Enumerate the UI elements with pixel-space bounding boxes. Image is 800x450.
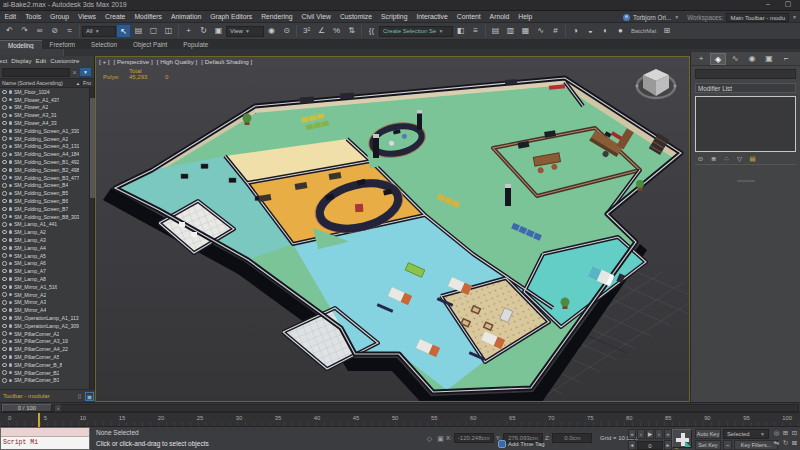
maximize-viewport-icon[interactable]: ⊠	[790, 438, 799, 448]
explorer-row[interactable]: SM_PillarCorner_A3_19	[0, 338, 95, 346]
restore-button[interactable]: ▢	[780, 0, 796, 8]
explorer-row[interactable]: SM_Mirror_A4	[0, 306, 95, 314]
ribbon-tab-freeform[interactable]: Freeform	[42, 40, 84, 49]
view-cube[interactable]	[632, 62, 680, 106]
material-editor-icon[interactable]: ◑	[568, 24, 583, 38]
ribbon-tab-populate[interactable]: Populate	[175, 40, 216, 49]
macro-recorder-line[interactable]	[1, 428, 89, 437]
absolute-mode-icon[interactable]: ▣	[435, 433, 446, 444]
menu-views[interactable]: Views	[73, 13, 100, 20]
visibility-eye-icon[interactable]	[2, 261, 7, 266]
configure-sets-icon[interactable]: ▤	[747, 154, 758, 163]
add-time-tag[interactable]: Add Time Tag	[498, 440, 545, 448]
visibility-eye-icon[interactable]	[2, 183, 7, 188]
layer-explorer-icon[interactable]: ▥	[503, 24, 518, 38]
menu-animation[interactable]: Animation	[166, 13, 205, 20]
menu-group[interactable]: Group	[46, 13, 74, 20]
explorer-row[interactable]: SM_Folding_Screen_B4	[0, 182, 95, 190]
default-tangent-icon[interactable]: ~	[723, 440, 732, 450]
explorer-row[interactable]: SM_Folding_Screen_B7	[0, 205, 95, 213]
select-by-name-icon[interactable]: ▤	[131, 24, 146, 38]
explorer-menu-display[interactable]: Display	[11, 57, 31, 66]
name-column-header[interactable]: Name (Sorted Ascending)	[0, 80, 75, 86]
explorer-row[interactable]: SM_Folding_Screen_A3_131	[0, 143, 95, 151]
batch-render-icon[interactable]: ⊞	[659, 24, 674, 38]
visibility-eye-icon[interactable]	[2, 160, 7, 165]
visibility-eye-icon[interactable]	[2, 207, 7, 212]
workspace-dropdown[interactable]: Main Toolbar - modu	[726, 13, 789, 22]
visibility-eye-icon[interactable]	[2, 121, 7, 126]
explorer-row[interactable]: SM_Lamp_A7	[0, 267, 95, 275]
explorer-row[interactable]: SM_Floor_1024	[0, 88, 95, 96]
explorer-row[interactable]: SM_Mirror_A1_516	[0, 283, 95, 291]
select-object-icon[interactable]: ↖	[116, 24, 131, 38]
track-bar[interactable]: 0510152025303540455055606570758085909510…	[0, 412, 800, 427]
explorer-row[interactable]: SM_Mirror_A3	[0, 299, 95, 307]
angle-snap-icon[interactable]: ∠	[314, 24, 329, 38]
x-coordinate-field[interactable]: -120.248cm	[454, 433, 494, 443]
prev-frame-icon[interactable]: ‹	[637, 429, 645, 439]
visibility-eye-icon[interactable]	[2, 136, 7, 141]
zoom-extents-icon[interactable]: ⊡	[790, 428, 799, 438]
visibility-eye-icon[interactable]	[2, 324, 7, 329]
create-selection-set-dropdown[interactable]: Create Selection Se▼	[379, 26, 453, 37]
menu-arnold[interactable]: Arnold	[485, 13, 514, 20]
visibility-eye-icon[interactable]	[2, 285, 7, 290]
go-to-end-icon[interactable]: »	[664, 429, 672, 439]
visibility-eye-icon[interactable]	[2, 105, 7, 110]
explorer-row[interactable]: SM_Lamp_A1_441	[0, 221, 95, 229]
orbit-icon[interactable]: ↻	[781, 438, 790, 448]
window-crossing-icon[interactable]: ◫	[161, 24, 176, 38]
perspective-viewport[interactable]: [ + ] [ Perspective ] [ High Quality ] […	[95, 56, 690, 402]
menu-modifiers[interactable]: Modifiers	[130, 13, 167, 20]
dock-icon[interactable]: ▣	[85, 392, 94, 401]
go-to-start-icon[interactable]: «	[628, 429, 636, 439]
visibility-eye-icon[interactable]	[2, 222, 7, 227]
explorer-row[interactable]: SM_Flower_A3_31	[0, 111, 95, 119]
visibility-eye-icon[interactable]	[2, 246, 7, 251]
ribbon-tab-modeling[interactable]: Modeling	[0, 40, 42, 49]
visibility-eye-icon[interactable]	[2, 144, 7, 149]
selection-lock-icon[interactable]: ◇	[424, 433, 435, 444]
mirror-icon[interactable]: ◧	[453, 24, 468, 38]
auto-key-button[interactable]: Auto Key	[695, 429, 721, 439]
explorer-row[interactable]: SM_OperationLamp_A2_309	[0, 322, 95, 330]
zoom-all-icon[interactable]: ⊞	[781, 428, 790, 438]
play-icon[interactable]: ▶	[646, 429, 654, 439]
menu-civil-view[interactable]: Civil View	[297, 13, 335, 20]
visibility-eye-icon[interactable]	[2, 253, 7, 258]
explorer-menu-edit[interactable]: Edit	[36, 57, 47, 66]
rollout-grip[interactable]	[737, 180, 755, 182]
menu-graph-editors[interactable]: Graph Editors	[206, 13, 257, 20]
listener-line[interactable]: Script Mi	[1, 437, 89, 449]
select-move-icon[interactable]: +	[181, 24, 196, 38]
explorer-row[interactable]: SM_OperationLamp_A1_113	[0, 314, 95, 322]
explorer-row[interactable]: SM_Lamp_A5	[0, 252, 95, 260]
selection-filter-dropdown[interactable]: All▼	[82, 26, 116, 37]
visibility-eye-icon[interactable]	[2, 152, 7, 157]
current-frame-field[interactable]: 0	[637, 441, 663, 450]
reference-coordinate-dropdown[interactable]: View▼	[226, 26, 264, 37]
z-coordinate-field[interactable]: 0.0cm	[552, 433, 592, 443]
explorer-row[interactable]: SM_Lamp_A3	[0, 236, 95, 244]
visibility-eye-icon[interactable]	[2, 199, 7, 204]
menu-create[interactable]: Create	[101, 13, 130, 20]
menu-rendering[interactable]: Rendering	[257, 13, 297, 20]
next-frame-icon[interactable]: ›	[655, 429, 663, 439]
set-key-button[interactable]: Set Key	[695, 440, 721, 450]
explorer-row[interactable]: SM_PillarCorner_A4_22	[0, 345, 95, 353]
ribbon-tab-object-paint[interactable]: Object Paint	[125, 40, 175, 49]
modifier-stack[interactable]	[695, 96, 796, 152]
explorer-row[interactable]: SM_PillarCorner_B3	[0, 376, 95, 384]
time-slider-thumb[interactable]: 0 / 100	[2, 404, 52, 412]
use-pivot-icon[interactable]: ◉	[264, 24, 279, 38]
remove-modifier-icon[interactable]: ▽	[734, 154, 745, 163]
visibility-eye-icon[interactable]	[2, 168, 7, 173]
next-key-icon[interactable]: ▸	[664, 440, 672, 450]
add-time-tag-label[interactable]: Add Time Tag	[508, 441, 545, 447]
chevron-down-icon[interactable]: ▼	[792, 14, 797, 20]
explorer-row[interactable]: SM_Lamp_A8	[0, 275, 95, 283]
explorer-row[interactable]: SM_PillarCorner_B2	[0, 369, 95, 377]
schematic-view-icon[interactable]: #	[548, 24, 563, 38]
explorer-row[interactable]: SM_Lamp_A4	[0, 244, 95, 252]
